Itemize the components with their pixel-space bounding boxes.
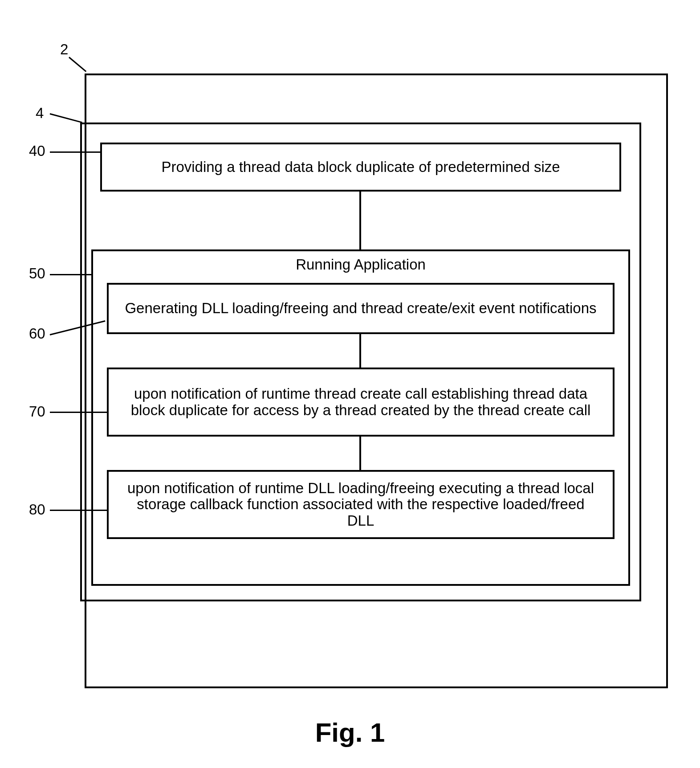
step-box-70: upon notification of runtime thread crea… <box>107 368 615 437</box>
figure-caption: Fig. 1 <box>0 717 700 748</box>
leader-line-40 <box>50 151 101 153</box>
step-text-40: Providing a thread data block duplicate … <box>161 159 560 176</box>
running-app-title: Running Application <box>91 256 630 273</box>
step-text-70: upon notification of runtime thread crea… <box>122 386 599 418</box>
step-text-80: upon notification of runtime DLL loading… <box>122 480 599 529</box>
ref-label-40: 40 <box>29 143 45 159</box>
connector-70-80 <box>359 437 361 470</box>
ref-label-60: 60 <box>29 325 45 342</box>
connector-40-50 <box>359 192 361 249</box>
step-box-60: Generating DLL loading/freeing and threa… <box>107 283 615 334</box>
ref-label-80: 80 <box>29 501 45 518</box>
ref-label-70: 70 <box>29 403 45 420</box>
ref-label-2: 2 <box>60 41 68 58</box>
step-text-60: Generating DLL loading/freeing and threa… <box>125 300 596 316</box>
ref-label-50: 50 <box>29 265 45 282</box>
leader-line-50 <box>50 274 92 275</box>
leader-line-70 <box>50 412 107 413</box>
step-box-80: upon notification of runtime DLL loading… <box>107 470 615 539</box>
step-box-40: Providing a thread data block duplicate … <box>100 143 621 192</box>
ref-label-4: 4 <box>36 105 44 122</box>
connector-60-70 <box>359 334 361 368</box>
leader-line-80 <box>50 510 107 511</box>
leader-line-2 <box>69 57 86 72</box>
leader-line-4 <box>50 113 82 123</box>
